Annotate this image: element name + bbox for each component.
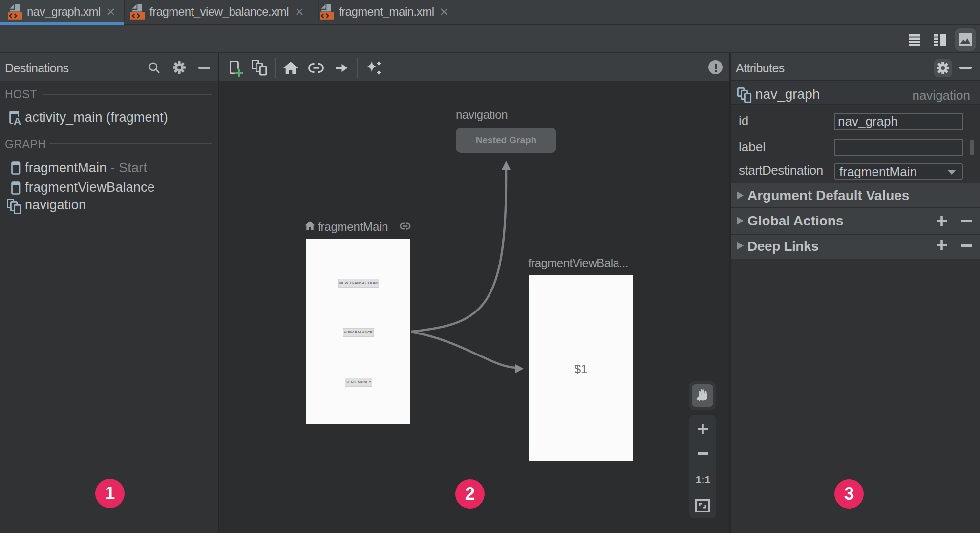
svg-text:A: A <box>14 115 21 126</box>
